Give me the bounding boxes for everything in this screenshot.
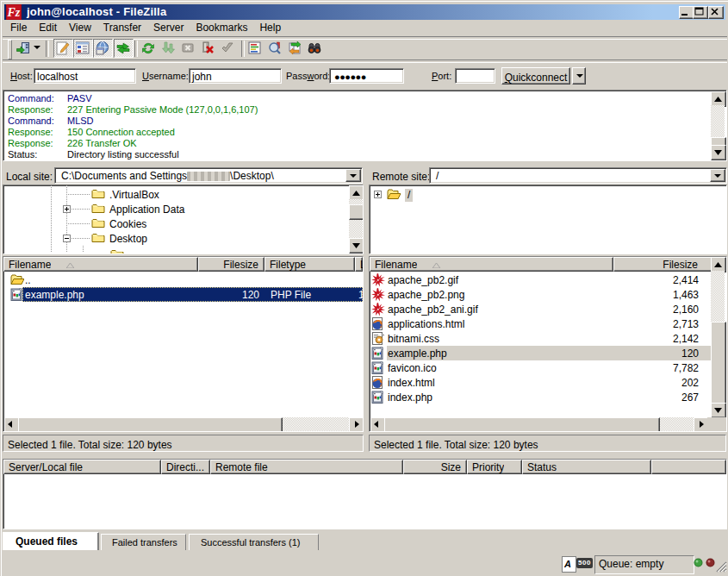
svg-text:Fz: Fz: [7, 6, 21, 19]
